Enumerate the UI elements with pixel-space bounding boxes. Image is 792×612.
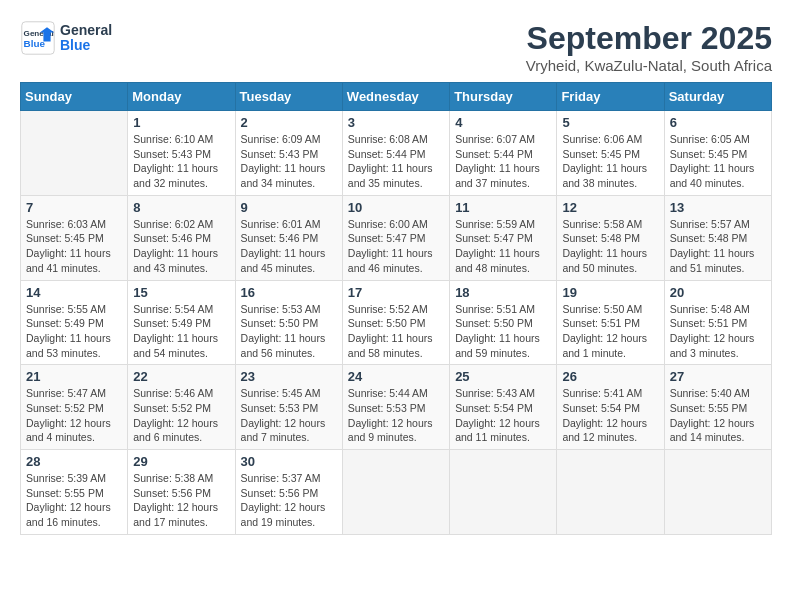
day-number: 25 <box>455 369 551 384</box>
day-info: Sunrise: 5:47 AM Sunset: 5:52 PM Dayligh… <box>26 386 122 445</box>
calendar-cell <box>664 450 771 535</box>
day-info: Sunrise: 6:07 AM Sunset: 5:44 PM Dayligh… <box>455 132 551 191</box>
day-number: 12 <box>562 200 658 215</box>
calendar-body: 1Sunrise: 6:10 AM Sunset: 5:43 PM Daylig… <box>21 111 772 535</box>
title-area: September 2025 Vryheid, KwaZulu-Natal, S… <box>526 20 772 74</box>
day-number: 11 <box>455 200 551 215</box>
calendar-cell: 25Sunrise: 5:43 AM Sunset: 5:54 PM Dayli… <box>450 365 557 450</box>
calendar-cell: 1Sunrise: 6:10 AM Sunset: 5:43 PM Daylig… <box>128 111 235 196</box>
calendar-cell: 28Sunrise: 5:39 AM Sunset: 5:55 PM Dayli… <box>21 450 128 535</box>
calendar-cell: 3Sunrise: 6:08 AM Sunset: 5:44 PM Daylig… <box>342 111 449 196</box>
calendar-cell <box>557 450 664 535</box>
day-info: Sunrise: 6:10 AM Sunset: 5:43 PM Dayligh… <box>133 132 229 191</box>
weekday-header-wednesday: Wednesday <box>342 83 449 111</box>
calendar-cell: 13Sunrise: 5:57 AM Sunset: 5:48 PM Dayli… <box>664 195 771 280</box>
calendar-week-3: 14Sunrise: 5:55 AM Sunset: 5:49 PM Dayli… <box>21 280 772 365</box>
calendar-cell: 24Sunrise: 5:44 AM Sunset: 5:53 PM Dayli… <box>342 365 449 450</box>
month-title: September 2025 <box>526 20 772 57</box>
weekday-header-friday: Friday <box>557 83 664 111</box>
weekday-header-thursday: Thursday <box>450 83 557 111</box>
calendar: SundayMondayTuesdayWednesdayThursdayFrid… <box>20 82 772 535</box>
logo-blue-text: Blue <box>60 38 112 53</box>
calendar-week-4: 21Sunrise: 5:47 AM Sunset: 5:52 PM Dayli… <box>21 365 772 450</box>
calendar-cell: 11Sunrise: 5:59 AM Sunset: 5:47 PM Dayli… <box>450 195 557 280</box>
day-info: Sunrise: 5:44 AM Sunset: 5:53 PM Dayligh… <box>348 386 444 445</box>
calendar-cell: 9Sunrise: 6:01 AM Sunset: 5:46 PM Daylig… <box>235 195 342 280</box>
day-info: Sunrise: 6:09 AM Sunset: 5:43 PM Dayligh… <box>241 132 337 191</box>
calendar-cell: 2Sunrise: 6:09 AM Sunset: 5:43 PM Daylig… <box>235 111 342 196</box>
calendar-cell: 4Sunrise: 6:07 AM Sunset: 5:44 PM Daylig… <box>450 111 557 196</box>
day-number: 20 <box>670 285 766 300</box>
day-number: 14 <box>26 285 122 300</box>
day-info: Sunrise: 6:02 AM Sunset: 5:46 PM Dayligh… <box>133 217 229 276</box>
weekday-header-row: SundayMondayTuesdayWednesdayThursdayFrid… <box>21 83 772 111</box>
calendar-cell: 16Sunrise: 5:53 AM Sunset: 5:50 PM Dayli… <box>235 280 342 365</box>
day-info: Sunrise: 5:53 AM Sunset: 5:50 PM Dayligh… <box>241 302 337 361</box>
day-info: Sunrise: 5:54 AM Sunset: 5:49 PM Dayligh… <box>133 302 229 361</box>
logo: General Blue General Blue <box>20 20 112 56</box>
calendar-cell <box>21 111 128 196</box>
day-info: Sunrise: 5:51 AM Sunset: 5:50 PM Dayligh… <box>455 302 551 361</box>
day-info: Sunrise: 6:01 AM Sunset: 5:46 PM Dayligh… <box>241 217 337 276</box>
day-info: Sunrise: 6:00 AM Sunset: 5:47 PM Dayligh… <box>348 217 444 276</box>
day-number: 17 <box>348 285 444 300</box>
calendar-cell: 17Sunrise: 5:52 AM Sunset: 5:50 PM Dayli… <box>342 280 449 365</box>
calendar-week-1: 1Sunrise: 6:10 AM Sunset: 5:43 PM Daylig… <box>21 111 772 196</box>
calendar-cell <box>450 450 557 535</box>
day-info: Sunrise: 5:41 AM Sunset: 5:54 PM Dayligh… <box>562 386 658 445</box>
svg-text:Blue: Blue <box>24 38 46 49</box>
calendar-cell: 6Sunrise: 6:05 AM Sunset: 5:45 PM Daylig… <box>664 111 771 196</box>
day-info: Sunrise: 5:38 AM Sunset: 5:56 PM Dayligh… <box>133 471 229 530</box>
calendar-week-5: 28Sunrise: 5:39 AM Sunset: 5:55 PM Dayli… <box>21 450 772 535</box>
day-info: Sunrise: 5:52 AM Sunset: 5:50 PM Dayligh… <box>348 302 444 361</box>
day-info: Sunrise: 5:40 AM Sunset: 5:55 PM Dayligh… <box>670 386 766 445</box>
day-number: 4 <box>455 115 551 130</box>
day-number: 22 <box>133 369 229 384</box>
day-number: 18 <box>455 285 551 300</box>
calendar-cell: 5Sunrise: 6:06 AM Sunset: 5:45 PM Daylig… <box>557 111 664 196</box>
weekday-header-monday: Monday <box>128 83 235 111</box>
day-info: Sunrise: 5:57 AM Sunset: 5:48 PM Dayligh… <box>670 217 766 276</box>
day-number: 30 <box>241 454 337 469</box>
day-number: 19 <box>562 285 658 300</box>
day-number: 1 <box>133 115 229 130</box>
day-number: 3 <box>348 115 444 130</box>
location: Vryheid, KwaZulu-Natal, South Africa <box>526 57 772 74</box>
calendar-cell: 10Sunrise: 6:00 AM Sunset: 5:47 PM Dayli… <box>342 195 449 280</box>
day-number: 7 <box>26 200 122 215</box>
calendar-cell: 30Sunrise: 5:37 AM Sunset: 5:56 PM Dayli… <box>235 450 342 535</box>
calendar-cell: 22Sunrise: 5:46 AM Sunset: 5:52 PM Dayli… <box>128 365 235 450</box>
calendar-cell: 8Sunrise: 6:02 AM Sunset: 5:46 PM Daylig… <box>128 195 235 280</box>
day-info: Sunrise: 6:08 AM Sunset: 5:44 PM Dayligh… <box>348 132 444 191</box>
day-info: Sunrise: 6:06 AM Sunset: 5:45 PM Dayligh… <box>562 132 658 191</box>
day-number: 13 <box>670 200 766 215</box>
day-number: 10 <box>348 200 444 215</box>
day-info: Sunrise: 5:45 AM Sunset: 5:53 PM Dayligh… <box>241 386 337 445</box>
calendar-cell: 27Sunrise: 5:40 AM Sunset: 5:55 PM Dayli… <box>664 365 771 450</box>
day-number: 9 <box>241 200 337 215</box>
logo-general-text: General <box>60 23 112 38</box>
day-number: 6 <box>670 115 766 130</box>
header: General Blue General Blue September 2025… <box>20 20 772 74</box>
day-info: Sunrise: 6:05 AM Sunset: 5:45 PM Dayligh… <box>670 132 766 191</box>
day-info: Sunrise: 6:03 AM Sunset: 5:45 PM Dayligh… <box>26 217 122 276</box>
day-info: Sunrise: 5:50 AM Sunset: 5:51 PM Dayligh… <box>562 302 658 361</box>
day-info: Sunrise: 5:59 AM Sunset: 5:47 PM Dayligh… <box>455 217 551 276</box>
day-info: Sunrise: 5:58 AM Sunset: 5:48 PM Dayligh… <box>562 217 658 276</box>
calendar-cell: 29Sunrise: 5:38 AM Sunset: 5:56 PM Dayli… <box>128 450 235 535</box>
calendar-cell: 26Sunrise: 5:41 AM Sunset: 5:54 PM Dayli… <box>557 365 664 450</box>
weekday-header-saturday: Saturday <box>664 83 771 111</box>
calendar-cell: 12Sunrise: 5:58 AM Sunset: 5:48 PM Dayli… <box>557 195 664 280</box>
calendar-week-2: 7Sunrise: 6:03 AM Sunset: 5:45 PM Daylig… <box>21 195 772 280</box>
calendar-cell: 20Sunrise: 5:48 AM Sunset: 5:51 PM Dayli… <box>664 280 771 365</box>
calendar-cell: 15Sunrise: 5:54 AM Sunset: 5:49 PM Dayli… <box>128 280 235 365</box>
day-number: 8 <box>133 200 229 215</box>
day-number: 26 <box>562 369 658 384</box>
day-info: Sunrise: 5:37 AM Sunset: 5:56 PM Dayligh… <box>241 471 337 530</box>
calendar-cell: 23Sunrise: 5:45 AM Sunset: 5:53 PM Dayli… <box>235 365 342 450</box>
calendar-cell: 19Sunrise: 5:50 AM Sunset: 5:51 PM Dayli… <box>557 280 664 365</box>
calendar-header: SundayMondayTuesdayWednesdayThursdayFrid… <box>21 83 772 111</box>
calendar-cell: 7Sunrise: 6:03 AM Sunset: 5:45 PM Daylig… <box>21 195 128 280</box>
day-number: 24 <box>348 369 444 384</box>
day-number: 28 <box>26 454 122 469</box>
